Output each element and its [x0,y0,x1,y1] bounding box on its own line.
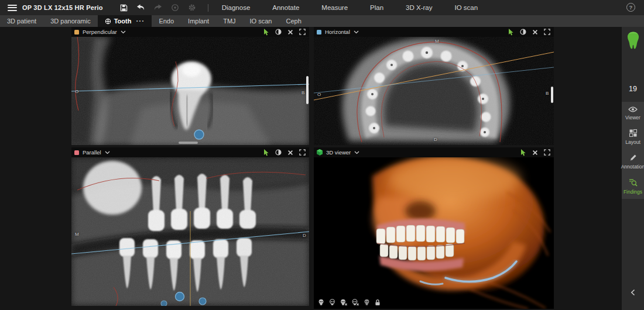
sidebar-item-findings[interactable]: Findings [622,174,644,199]
nerve-canal-marker [194,130,204,139]
skull-preset-1-icon[interactable] [318,299,324,306]
eye-icon [628,106,638,112]
fullscreen-icon[interactable] [544,29,550,35]
skull-preset-5-icon[interactable] [364,299,370,306]
viewport-horizontal-header: Horizontal [314,27,554,37]
layout-grid-icon [629,129,637,137]
perpendicular-view-dropdown[interactable] [121,30,126,34]
application-window: OP 3D LX 12x15 HR Perio Diagnose Annotat… [0,0,644,310]
pencil-icon [629,154,637,161]
help-icon[interactable]: ? [626,3,635,12]
horizontal-slice-image[interactable] [314,37,554,145]
parallel-color-swatch [74,150,79,155]
sidebar-item-annotation[interactable]: Annotation [622,149,644,174]
tab-endo[interactable]: Endo [152,15,181,27]
close-icon[interactable] [287,150,293,156]
tooth-icon[interactable] [625,31,641,52]
3d-render-preset-toolbar [318,299,381,306]
sidebar-item-viewer-label: Viewer [625,115,640,120]
tab-implant[interactable]: Implant [181,15,216,27]
horizontal-view-label: Horizontal [325,29,350,35]
viewport-perpendicular: Perpendicular [71,27,309,145]
sidebar-item-viewer[interactable]: Viewer [622,102,644,125]
titlebar: OP 3D LX 12x15 HR Perio Diagnose Annotat… [0,0,644,15]
menu-measure[interactable]: Measure [310,0,359,15]
menu-io-scan[interactable]: IO scan [443,0,489,15]
3d-skull-render[interactable] [314,157,554,309]
teeth-upper-row [376,225,464,244]
close-icon[interactable] [287,29,293,35]
menu-diagnose[interactable]: Diagnose [211,0,262,15]
tooth-number: 19 [629,85,637,93]
main-menu-icon[interactable] [8,5,17,11]
3d-render-view[interactable] [314,157,554,309]
orientation-label-d: D [303,233,306,238]
sidebar-item-layout-label: Layout [625,139,640,145]
3d-cube-icon [317,149,323,156]
viewport-3d-header: 3D viewer [314,147,554,157]
orientation-label-b: B [302,91,304,95]
sidebar-item-layout[interactable]: Layout [622,125,644,149]
contrast-icon[interactable] [275,149,282,156]
3d-view-dropdown[interactable] [354,151,359,154]
undo-icon[interactable] [136,3,146,12]
orientation-label-o: O [317,92,321,97]
pointer-icon[interactable] [508,29,514,36]
sidebar-item-annotation-label: Annotation [621,164,644,170]
findings-search-icon [629,178,638,187]
perpendicular-slice-view[interactable]: O B [71,37,309,145]
perpendicular-slice-image[interactable] [71,37,309,145]
sidebar-item-findings-label: Findings [624,189,642,195]
pointer-icon[interactable] [520,149,526,156]
target-icon[interactable] [170,3,180,12]
viewport-3d-viewer: 3D viewer [314,147,554,309]
collapse-panel-icon[interactable] [631,289,635,296]
parallel-view-label: Parallel [83,149,101,156]
viewport-parallel-header: Parallel [71,147,309,157]
menu-annotate[interactable]: Annotate [261,0,310,15]
tab-ceph[interactable]: Ceph [279,15,308,27]
skull-preset-4-icon[interactable] [352,299,359,306]
horizontal-slice-view[interactable]: M O B D [314,37,554,145]
sidebar-button-panel: Viewer Layout Annotation Findings [622,102,644,199]
lock-icon[interactable] [375,299,381,306]
close-icon[interactable] [532,150,538,156]
tab-3d-panoramic[interactable]: 3D panoramic [43,15,97,27]
tab-io-scan[interactable]: IO scan [243,15,279,27]
menu-3d-xray[interactable]: 3D X-ray [395,0,443,15]
orientation-label-m: M [435,39,439,44]
fullscreen-icon[interactable] [299,149,306,156]
slice-scrollbar-vertical[interactable] [551,87,553,103]
viewport-grid: Perpendicular [0,27,644,310]
save-icon[interactable] [119,3,129,12]
slice-scrollbar-horizontal[interactable] [179,142,198,144]
slice-scrollbar-vertical[interactable] [306,76,309,104]
fullscreen-icon[interactable] [544,149,550,156]
fullscreen-icon[interactable] [299,29,306,35]
settings-gear-icon[interactable] [187,3,197,12]
tab-3d-patient[interactable]: 3D patient [0,15,43,27]
parallel-slice-image[interactable] [71,157,309,306]
contrast-icon[interactable] [275,29,282,35]
3d-view-label: 3D viewer [326,149,351,156]
pointer-icon[interactable] [263,149,269,156]
tab-tooth[interactable]: Tooth ··· [98,15,152,27]
workflow-tabbar: 3D patient 3D panoramic Tooth ··· Endo I… [0,15,644,27]
menu-plan[interactable]: Plan [359,0,395,15]
skull-preset-2-icon[interactable] [329,299,335,306]
tab-tmj[interactable]: TMJ [216,15,242,27]
viewport-horizontal: Horizontal [314,27,554,145]
redo-icon[interactable] [153,3,163,12]
orientation-label-b: B [546,91,549,96]
viewport-perpendicular-header: Perpendicular [71,27,309,37]
horizontal-view-dropdown[interactable] [354,30,359,34]
orientation-label-o: O [75,89,78,94]
contrast-icon[interactable] [520,29,526,35]
pointer-icon[interactable] [263,29,269,36]
parallel-view-dropdown[interactable] [105,151,110,154]
skull-preset-3-icon[interactable] [340,299,347,306]
close-icon[interactable] [532,29,538,35]
main-menu: Diagnose Annotate Measure Plan 3D X-ray … [211,0,489,15]
tab-overflow-menu-icon[interactable]: ··· [136,17,145,25]
parallel-slice-view[interactable]: M D [71,157,309,306]
